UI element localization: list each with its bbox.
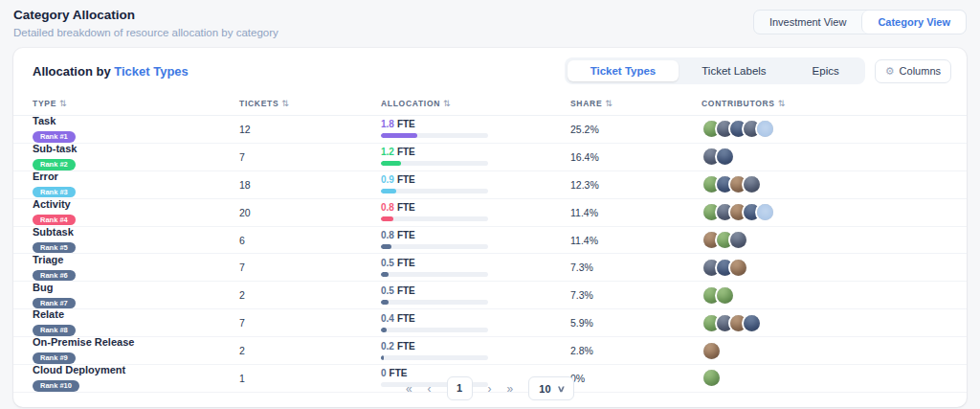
type-cell: ErrorRank #3 <box>33 171 239 198</box>
tickets-count: 7 <box>239 317 381 329</box>
table-body: TaskRank #1121.8FTE25.2%Sub-taskRank #27… <box>13 116 967 393</box>
column-header-contributors[interactable]: Contributors⇅ <box>702 99 947 108</box>
contributors-cell <box>702 230 947 250</box>
column-header-type[interactable]: Type⇅ <box>33 99 239 108</box>
card-title: Allocation by Ticket Types <box>33 64 189 79</box>
table-row[interactable]: TaskRank #1121.8FTE25.2% <box>13 116 967 144</box>
type-cell: Sub-taskRank #2 <box>33 144 239 170</box>
allocation-bar <box>381 161 488 166</box>
column-header-label: Share <box>570 99 602 108</box>
share-value: 25.2% <box>570 124 702 135</box>
type-cell: TaskRank #1 <box>33 116 239 143</box>
contributor-avatar[interactable] <box>715 147 735 167</box>
column-header-allocation[interactable]: Allocation⇅ <box>381 99 570 108</box>
tickets-count: 2 <box>239 289 381 301</box>
table-row[interactable]: RelateRank #870.4FTE5.9% <box>13 309 967 337</box>
table-row[interactable]: ErrorRank #3180.9FTE12.3% <box>13 171 967 199</box>
rank-badge: Rank #4 <box>33 215 76 226</box>
rank-badge: Rank #5 <box>33 242 76 254</box>
contributor-avatar[interactable] <box>715 285 735 306</box>
columns-button[interactable]: ⚙ Columns <box>875 59 951 83</box>
table-row[interactable]: ActivityRank #4200.8FTE11.4% <box>13 199 967 227</box>
allocation-unit: FTE <box>397 147 415 157</box>
allocation-bar <box>381 133 488 138</box>
contributor-avatar[interactable] <box>702 341 722 361</box>
avatar-image <box>702 341 722 361</box>
column-header-label: Allocation <box>381 99 440 108</box>
contributor-avatar[interactable] <box>728 258 748 278</box>
tab-ticket-types[interactable]: Ticket Types <box>568 60 679 81</box>
type-name: Relate <box>33 309 239 320</box>
allocation-value: 0.8FTE <box>381 203 570 213</box>
allocation-value: 0.2FTE <box>381 342 570 352</box>
allocation-bar-fill <box>381 272 389 277</box>
table-row[interactable]: SubtaskRank #560.8FTE11.4% <box>13 227 967 255</box>
tickets-count: 12 <box>239 124 381 135</box>
table-row[interactable]: BugRank #720.5FTE7.3% <box>13 282 967 309</box>
allocation-number: 0.2 <box>381 341 394 352</box>
avatar-image <box>715 285 735 306</box>
allocation-cell: 1.8FTE <box>381 120 570 138</box>
rank-badge: Rank #7 <box>33 298 76 309</box>
columns-button-label: Columns <box>900 65 941 77</box>
allocation-bar <box>381 328 488 332</box>
tickets-count: 6 <box>239 235 381 246</box>
tab-epics[interactable]: Epics <box>790 60 862 81</box>
avatar-overflow-badge[interactable] <box>755 202 775 222</box>
contributor-avatar[interactable] <box>742 174 762 194</box>
allocation-unit: FTE <box>397 119 415 129</box>
allocation-bar-fill <box>381 161 401 166</box>
allocation-number: 0.5 <box>381 258 394 268</box>
current-page-button[interactable]: 1 <box>447 376 473 400</box>
sort-icon: ⇅ <box>443 99 451 108</box>
page-first-button[interactable]: « <box>406 383 412 395</box>
card-title-link[interactable]: Ticket Types <box>114 64 189 79</box>
allocation-number: 0.9 <box>381 174 394 185</box>
allocation-unit: FTE <box>397 174 415 185</box>
view-toggle-option-1[interactable]: Category View <box>861 11 966 34</box>
chevron-down-icon: ∨ <box>556 384 565 394</box>
share-value: 11.4% <box>570 207 702 218</box>
tab-ticket-labels[interactable]: Ticket Labels <box>679 60 789 81</box>
page-last-button[interactable]: » <box>507 383 514 395</box>
avatar-overflow-fill <box>755 202 775 222</box>
table-row[interactable]: Sub-taskRank #271.2FTE16.4% <box>13 144 967 171</box>
page-next-button[interactable]: › <box>488 383 492 395</box>
allocation-cell: 0.5FTE <box>381 259 570 277</box>
contributors-cell <box>702 119 947 139</box>
page-prev-button[interactable]: ‹ <box>428 383 432 395</box>
card-header: Allocation by Ticket Types Ticket TypesT… <box>13 48 967 92</box>
type-name: Cloud Deployment <box>33 365 239 375</box>
contributors-cell <box>702 313 947 333</box>
table-row[interactable]: TriageRank #670.5FTE7.3% <box>13 254 967 282</box>
sort-icon: ⇅ <box>59 99 67 108</box>
allocation-card: Allocation by Ticket Types Ticket TypesT… <box>13 48 967 407</box>
allocation-value: 0.4FTE <box>381 314 570 324</box>
page-size-select[interactable]: 10 ∨ <box>528 376 574 400</box>
view-toggle-option-0[interactable]: Investment View <box>754 11 862 34</box>
page-header: Category Allocation Detailed breakdown o… <box>0 0 980 38</box>
avatar-overflow-badge[interactable] <box>755 119 775 139</box>
rank-badge: Rank #3 <box>33 187 76 198</box>
allocation-value: 0.5FTE <box>381 286 570 296</box>
allocation-cell: 0.2FTE <box>381 342 570 360</box>
contributor-avatar[interactable] <box>728 230 748 250</box>
type-name: Subtask <box>33 227 239 238</box>
column-header-share[interactable]: Share⇅ <box>570 99 702 108</box>
contributor-avatar[interactable] <box>742 313 762 333</box>
contributors-cell <box>702 147 947 167</box>
allocation-value: 1.2FTE <box>381 148 570 157</box>
tickets-count: 2 <box>239 345 381 356</box>
table-row[interactable]: On-Premise ReleaseRank #920.2FTE2.8% <box>13 337 967 365</box>
allocation-number: 1.2 <box>381 147 394 157</box>
allocation-number: 0.8 <box>381 230 394 240</box>
type-name: On-Premise Release <box>33 337 239 348</box>
allocation-bar-fill <box>381 328 387 332</box>
type-cell: SubtaskRank #5 <box>33 227 239 254</box>
allocation-bar <box>381 355 488 360</box>
page-size-value: 10 <box>539 383 550 395</box>
column-header-tickets[interactable]: Tickets⇅ <box>239 99 381 108</box>
allocation-unit: FTE <box>397 341 415 352</box>
type-cell: BugRank #7 <box>33 283 239 309</box>
share-value: 7.3% <box>570 261 702 273</box>
